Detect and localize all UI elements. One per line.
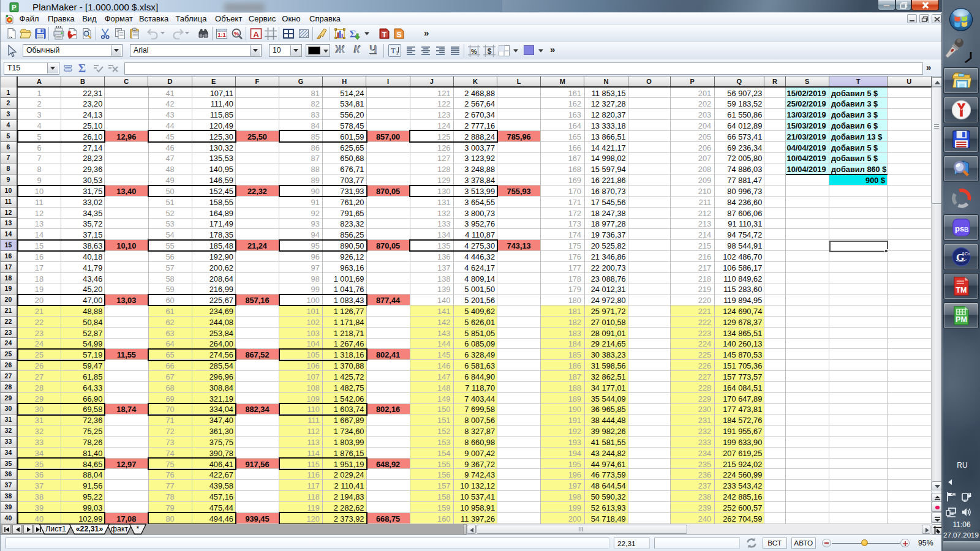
svg-text:P: P bbox=[12, 4, 16, 11]
svg-text:Лист1: Лист1 bbox=[45, 525, 66, 533]
svg-text:S: S bbox=[396, 30, 401, 39]
svg-text:$: $ bbox=[488, 47, 492, 55]
svg-text:&Co: &Co bbox=[962, 252, 970, 257]
svg-text:1:1: 1:1 bbox=[217, 31, 226, 38]
svg-text:Σ: Σ bbox=[78, 62, 86, 75]
svg-text:B: B bbox=[964, 227, 969, 233]
svg-text:«22,31»: «22,31» bbox=[76, 525, 104, 533]
svg-text:PM: PM bbox=[956, 315, 967, 324]
svg-text:T: T bbox=[382, 30, 387, 39]
svg-text:*: * bbox=[137, 525, 140, 533]
svg-text:ps: ps bbox=[955, 224, 964, 233]
svg-text:факт: факт bbox=[111, 525, 129, 533]
svg-text:TM: TM bbox=[956, 286, 967, 294]
svg-text:A: A bbox=[253, 29, 259, 39]
svg-text:%: % bbox=[471, 47, 477, 54]
svg-text:Σ: Σ bbox=[349, 28, 356, 40]
svg-text:%: % bbox=[234, 29, 239, 36]
svg-text:T: T bbox=[391, 47, 396, 55]
